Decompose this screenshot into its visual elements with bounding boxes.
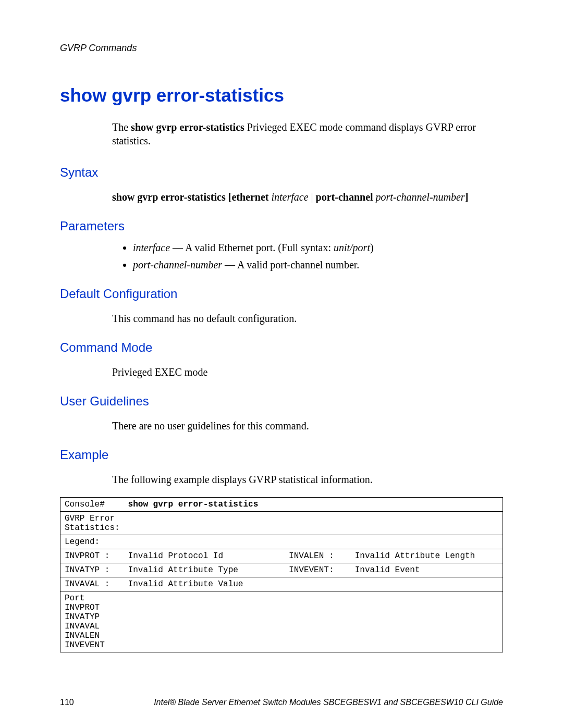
- intro-cmd: show gvrp error-statistics: [131, 121, 244, 133]
- table-cell: GVRP Error Statistics:: [60, 512, 124, 535]
- param-desc-pre: — A valid Ethernet port. (Full syntax:: [170, 242, 334, 253]
- table-cell: INVATYP :: [60, 563, 124, 577]
- table-cell: Invalid Attribute Value: [124, 577, 285, 591]
- example-output-box: Console# show gvrp error-statisticsGVRP …: [60, 497, 503, 652]
- section-user-guidelines: User Guidelines: [60, 394, 503, 409]
- table-cell: [285, 512, 351, 535]
- section-syntax: Syntax: [60, 165, 503, 180]
- table-cell: [285, 535, 351, 549]
- param-desc-it: unit/port: [334, 242, 370, 253]
- page-title: show gvrp error-statistics: [60, 85, 503, 106]
- table-cell: [351, 591, 503, 652]
- table-cell: INVAVAL :: [60, 577, 124, 591]
- table-cell: [351, 577, 503, 591]
- table-row: INVPROT :Invalid Protocol IdINVALEN :Inv…: [60, 549, 503, 563]
- page: GVRP Commands show gvrp error-statistics…: [0, 0, 563, 728]
- table-cell: [351, 498, 503, 512]
- table-cell: [285, 498, 351, 512]
- param-desc-post: ): [370, 242, 374, 253]
- page-number: 110: [60, 698, 107, 707]
- syntax-p2: |: [309, 191, 316, 203]
- table-cell: [285, 577, 351, 591]
- section-parameters: Parameters: [60, 219, 503, 233]
- section-command-mode: Command Mode: [60, 340, 503, 355]
- table-cell: Invalid Event: [351, 563, 503, 577]
- table-row: Port INVPROT INVATYP INVAVAL INVALEN INV…: [60, 591, 503, 652]
- parameters-list: interface — A valid Ethernet port. (Full…: [60, 241, 503, 272]
- table-cell: [351, 535, 503, 549]
- table-row: GVRP Error Statistics:: [60, 512, 503, 535]
- param-term: interface: [133, 242, 170, 253]
- list-item: interface — A valid Ethernet port. (Full…: [133, 241, 503, 255]
- list-item: port-channel-number — A valid port-chann…: [133, 258, 503, 272]
- table-row: Legend:: [60, 535, 503, 549]
- command-mode-text: Privieged EXEC mode: [112, 365, 503, 379]
- section-example: Example: [60, 448, 503, 462]
- table-cell: Port INVPROT INVATYP INVAVAL INVALEN INV…: [60, 591, 124, 652]
- table-cell: Invalid Attribute Length: [351, 549, 503, 563]
- intro-paragraph: The show gvrp error-statistics Privieged…: [112, 120, 503, 147]
- example-intro: The following example displays GVRP stat…: [112, 473, 503, 487]
- syntax-line: show gvrp error-statistics [ethernet int…: [112, 190, 503, 204]
- intro-pre: The: [112, 121, 131, 133]
- table-cell: [285, 591, 351, 652]
- param-desc-pre: — A valid port-channel number.: [222, 259, 359, 270]
- syntax-p1: show gvrp error-statistics [ethernet: [112, 191, 271, 203]
- table-cell: Legend:: [60, 535, 124, 549]
- table-cell: [124, 591, 285, 652]
- table-cell: show gvrp error-statistics: [124, 498, 285, 512]
- table-cell: [124, 512, 285, 535]
- syntax-i1: interface: [271, 191, 308, 203]
- section-default-config: Default Configuration: [60, 287, 503, 301]
- table-row: INVAVAL :Invalid Attribute Value: [60, 577, 503, 591]
- table-cell: Console#: [60, 498, 124, 512]
- table-row: Console# show gvrp error-statistics: [60, 498, 503, 512]
- param-term: port-channel-number: [133, 259, 222, 270]
- table-cell: Invalid Attribute Type: [124, 563, 285, 577]
- table-cell: Invalid Protocol Id: [124, 549, 285, 563]
- syntax-p4: ]: [465, 191, 469, 203]
- running-head: GVRP Commands: [60, 43, 503, 54]
- table-cell: INVPROT :: [60, 549, 124, 563]
- user-guidelines-text: There are no user guidelines for this co…: [112, 419, 503, 433]
- default-config-text: This command has no default configuratio…: [112, 312, 503, 326]
- table-row: INVATYP :Invalid Attribute TypeINVEVENT:…: [60, 563, 503, 577]
- table-cell: [351, 512, 503, 535]
- syntax-p3: port-channel: [316, 191, 376, 203]
- footer-text: Intel® Blade Server Ethernet Switch Modu…: [107, 698, 503, 707]
- table-cell: INVEVENT:: [285, 563, 351, 577]
- page-footer: 110 Intel® Blade Server Ethernet Switch …: [60, 698, 503, 707]
- table-cell: INVALEN :: [285, 549, 351, 563]
- syntax-i2: port-channel-number: [376, 191, 465, 203]
- table-cell: [124, 535, 285, 549]
